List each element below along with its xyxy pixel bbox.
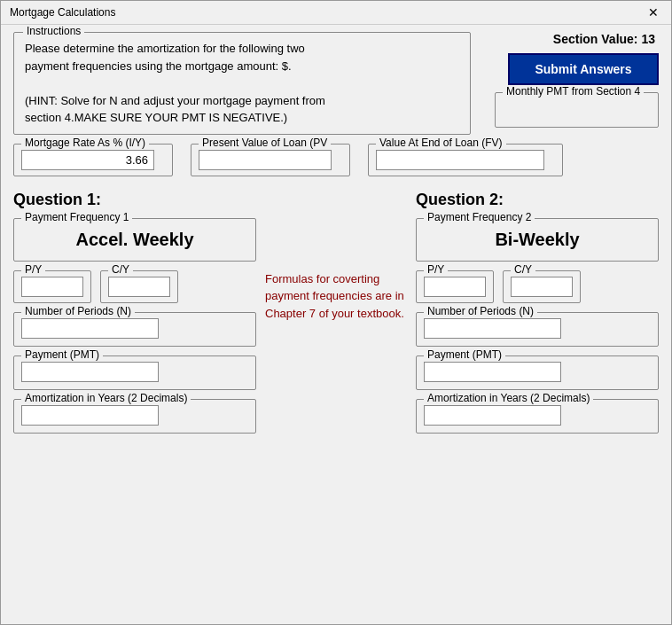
q1-payment-legend: Payment (PMT) (21, 348, 103, 361)
instructions-box: Instructions Please determine the amorti… (13, 32, 471, 135)
close-button[interactable]: ✕ (645, 6, 662, 19)
loan-inputs-row: Mortgage Rate As % (I/Y) Present Value o… (13, 144, 659, 176)
q1-payment-group: Payment (PMT) (13, 355, 256, 390)
mortgage-rate-group: Mortgage Rate As % (I/Y) (13, 144, 173, 176)
q2-cy-legend: C/Y (511, 263, 535, 276)
q1-amort-input[interactable] (21, 405, 159, 426)
fv-legend: Value At End of Loan (FV) (376, 137, 506, 149)
section-value: Section Value: 13 (553, 32, 659, 46)
q1-periods-legend: Number of Periods (N) (21, 305, 135, 317)
question2-col: Question 2: Payment Frequency 2 Bi-Weekl… (416, 191, 659, 434)
q2-amort-input[interactable] (424, 405, 561, 426)
fv-input[interactable] (376, 150, 544, 170)
middle-col: Formulas for coverting payment frequenci… (265, 191, 416, 434)
q2-py-group: P/Y (416, 270, 494, 303)
right-panel: Section Value: 13 Submit Answers Monthly… (481, 32, 659, 135)
instructions-text: Please determine the amortization for th… (25, 40, 459, 127)
instructions-line1: Please determine the amortization for th… (25, 42, 305, 55)
instructions-line2: payment frequencies using the mortgage a… (25, 59, 292, 73)
q1-freq-legend: Payment Frequency 1 (21, 211, 132, 223)
top-section: Instructions Please determine the amorti… (13, 32, 659, 135)
middle-text: Formulas for coverting payment frequenci… (265, 272, 404, 320)
question1-col: Question 1: Payment Frequency 1 Accel. W… (13, 191, 265, 434)
q1-py-group: P/Y (13, 270, 91, 303)
q1-period-group: Number of Periods (N) (13, 312, 256, 347)
q1-periods-input[interactable] (21, 318, 159, 339)
pv-input[interactable] (199, 150, 332, 170)
q1-payment-input[interactable] (21, 362, 159, 382)
q1-cy-input[interactable] (108, 277, 170, 297)
q2-freq-value: Bi-Weekly (426, 226, 649, 254)
q2-payment-legend: Payment (PMT) (424, 348, 505, 361)
q1-freq-value: Accel. Weekly (23, 226, 246, 254)
q2-py-input[interactable] (424, 277, 486, 297)
monthly-pmt-box: Monthly PMT from Section 4 (495, 92, 659, 128)
q2-payment-input[interactable] (424, 362, 561, 382)
q2-payment-freq-box: Payment Frequency 2 Bi-Weekly (416, 218, 659, 262)
q1-py-legend: P/Y (21, 263, 45, 276)
instructions-legend: Instructions (23, 25, 84, 37)
title-bar: Mortgage Calculations ✕ (1, 1, 671, 25)
q1-payment-freq-box: Payment Frequency 1 Accel. Weekly (13, 218, 256, 262)
q1-py-input[interactable] (21, 277, 83, 297)
main-content: Instructions Please determine the amorti… (1, 25, 671, 624)
submit-answers-button[interactable]: Submit Answers (508, 53, 659, 85)
monthly-pmt-legend: Monthly PMT from Section 4 (503, 85, 644, 98)
q1-cy-legend: C/Y (108, 263, 133, 276)
q2-period-group: Number of Periods (N) (416, 312, 659, 347)
mortgage-rate-input[interactable] (21, 150, 154, 170)
q2-payment-group: Payment (PMT) (416, 355, 659, 390)
q1-amort-group: Amortization in Years (2 Decimals) (13, 399, 256, 434)
pv-legend: Present Value of Loan (PV (199, 137, 331, 149)
q2-cy-group: C/Y (503, 270, 581, 303)
question1-title: Question 1: (13, 191, 256, 209)
q2-py-legend: P/Y (424, 263, 448, 276)
questions-section: Question 1: Payment Frequency 1 Accel. W… (13, 191, 659, 434)
window-title: Mortgage Calculations (10, 6, 115, 19)
q2-freq-legend: Payment Frequency 2 (424, 211, 535, 223)
fv-group: Value At End of Loan (FV) (368, 144, 563, 176)
q2-cy-input[interactable] (511, 277, 573, 297)
q1-amort-legend: Amortization in Years (2 Decimals) (21, 392, 191, 404)
q1-cy-group: C/Y (100, 270, 178, 303)
question2-title: Question 2: (416, 191, 659, 209)
q2-periods-input[interactable] (424, 318, 561, 339)
q2-amort-group: Amortization in Years (2 Decimals) (416, 399, 659, 434)
pv-group: Present Value of Loan (PV (191, 144, 350, 176)
mortgage-rate-legend: Mortgage Rate As % (I/Y) (21, 137, 149, 149)
q2-periods-legend: Number of Periods (N) (424, 305, 537, 317)
instructions-line5: section 4.MAKE SURE YOUR PMT IS NEGATIVE… (25, 111, 287, 124)
mortgage-window: Mortgage Calculations ✕ Instructions Ple… (0, 0, 672, 625)
q1-py-cy-row: P/Y C/Y (13, 270, 256, 303)
q2-amort-legend: Amortization in Years (2 Decimals) (424, 392, 593, 404)
instructions-line4: (HINT: Solve for N and adjust your mortg… (25, 94, 325, 107)
q2-py-cy-row: P/Y C/Y (416, 270, 659, 303)
